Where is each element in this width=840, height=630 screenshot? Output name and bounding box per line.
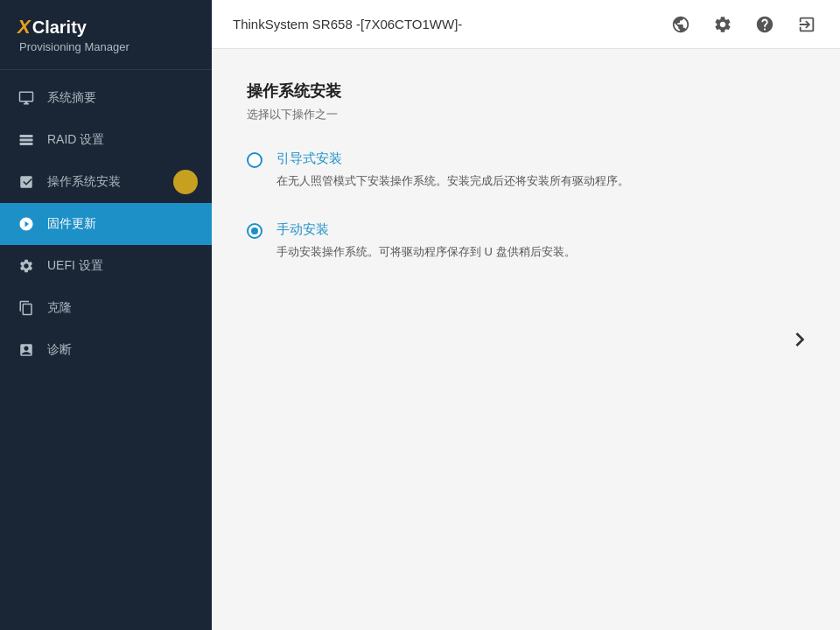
option-guided-install[interactable]: 引导式安装 在无人照管模式下安装操作系统。安装完成后还将安装所有驱动程序。 — [247, 150, 805, 190]
sidebar-logo: X Clarity Provisioning Manager — [0, 0, 212, 70]
sidebar-item-system-summary[interactable]: 系统摘要 — [0, 77, 212, 119]
svg-rect-1 — [20, 139, 33, 142]
option-label-manual[interactable]: 手动安装 — [276, 221, 576, 238]
sidebar-item-os-label: 操作系统安装 — [47, 174, 121, 190]
help-icon[interactable] — [752, 12, 777, 37]
logo-clarity: Clarity — [32, 18, 87, 38]
main-header: ThinkSystem SR658 -[7X06CTO1WW]- — [212, 0, 840, 49]
cursor-indicator — [173, 170, 198, 194]
option-desc-guided: 在无人照管模式下安装操作系统。安装完成后还将安装所有驱动程序。 — [276, 172, 629, 190]
main-content: 操作系统安装 选择以下操作之一 引导式安装 在无人照管模式下安装操作系统。安装完… — [212, 49, 840, 630]
option-manual-install[interactable]: 手动安装 手动安装操作系统。可将驱动程序保存到 U 盘供稍后安装。 — [247, 221, 805, 261]
option-label-guided[interactable]: 引导式安装 — [276, 150, 629, 167]
logo-brand: X Clarity — [18, 16, 194, 38]
sidebar-item-os-install[interactable]: 操作系统安装 — [0, 161, 212, 203]
sidebar: X Clarity Provisioning Manager 系统摘要 RAID… — [0, 0, 212, 630]
next-button[interactable] — [780, 320, 819, 359]
option-desc-manual: 手动安装操作系统。可将驱动程序保存到 U 盘供稍后安装。 — [276, 243, 576, 261]
diagnostics-icon — [18, 341, 35, 359]
raid-icon — [18, 131, 35, 149]
section-title: 操作系统安装 — [247, 80, 805, 102]
sidebar-item-uefi-settings[interactable]: UEFI 设置 — [0, 245, 212, 287]
logo-subtitle: Provisioning Manager — [18, 40, 194, 53]
clone-icon — [18, 299, 35, 317]
sidebar-item-raid-label: RAID 设置 — [47, 132, 104, 148]
main-area: ThinkSystem SR658 -[7X06CTO1WW]- 操作系统安装 … — [212, 0, 840, 630]
svg-rect-0 — [20, 135, 33, 137]
option-text-manual: 手动安装 手动安装操作系统。可将驱动程序保存到 U 盘供稍后安装。 — [276, 221, 576, 261]
header-icons — [668, 12, 819, 37]
firmware-icon — [18, 215, 35, 233]
radio-button-guided[interactable] — [247, 152, 262, 168]
sidebar-item-clone[interactable]: 克隆 — [0, 287, 212, 329]
sidebar-item-clone-label: 克隆 — [47, 300, 72, 316]
page-title: ThinkSystem SR658 -[7X06CTO1WW]- — [233, 17, 462, 32]
sidebar-item-firmware-update[interactable]: 固件更新 — [0, 203, 212, 245]
os-icon — [18, 173, 35, 191]
sidebar-item-raid-settings[interactable]: RAID 设置 — [0, 119, 212, 161]
monitor-icon — [18, 89, 35, 107]
uefi-icon — [18, 257, 35, 275]
radio-button-manual[interactable] — [247, 223, 262, 239]
sidebar-item-diagnostics-label: 诊断 — [47, 342, 72, 358]
exit-icon[interactable] — [794, 12, 819, 37]
svg-rect-2 — [20, 143, 33, 145]
radio-manual[interactable] — [247, 223, 262, 239]
sidebar-nav: 系统摘要 RAID 设置 操作系统安装 固件更新 — [0, 77, 212, 630]
section-subtitle: 选择以下操作之一 — [247, 107, 805, 122]
settings-icon[interactable] — [710, 12, 735, 37]
sidebar-item-diagnostics[interactable]: 诊断 — [0, 329, 212, 371]
sidebar-item-firmware-label: 固件更新 — [47, 216, 96, 232]
option-text-guided: 引导式安装 在无人照管模式下安装操作系统。安装完成后还将安装所有驱动程序。 — [276, 150, 629, 190]
sidebar-item-uefi-label: UEFI 设置 — [47, 258, 103, 274]
option-group: 引导式安装 在无人照管模式下安装操作系统。安装完成后还将安装所有驱动程序。 手动… — [247, 150, 805, 260]
sidebar-item-system-summary-label: 系统摘要 — [47, 90, 96, 106]
globe-icon[interactable] — [668, 12, 693, 37]
logo-x: X — [18, 16, 31, 38]
radio-guided[interactable] — [247, 152, 262, 168]
